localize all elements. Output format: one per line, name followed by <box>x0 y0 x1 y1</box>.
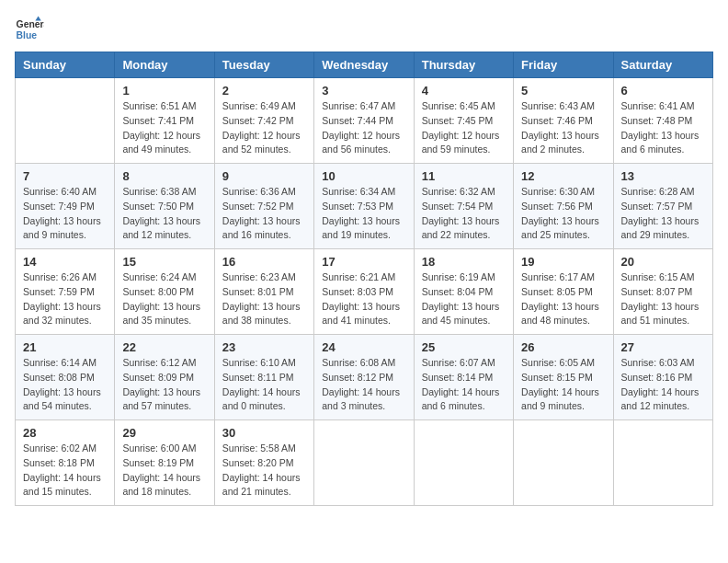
calendar-cell: 24 Sunrise: 6:08 AMSunset: 8:12 PMDaylig… <box>314 335 414 420</box>
day-number: 26 <box>521 340 605 354</box>
day-number: 4 <box>422 84 506 98</box>
day-number: 5 <box>521 84 605 98</box>
calendar-cell <box>16 78 115 164</box>
calendar-cell: 28 Sunrise: 6:02 AMSunset: 8:18 PMDaylig… <box>16 420 115 506</box>
day-number: 12 <box>521 169 605 183</box>
calendar-cell: 13 Sunrise: 6:28 AMSunset: 7:57 PMDaylig… <box>613 164 712 249</box>
calendar-cell <box>613 420 712 506</box>
calendar-cell: 14 Sunrise: 6:26 AMSunset: 7:59 PMDaylig… <box>16 249 115 335</box>
day-detail: Sunrise: 6:49 AMSunset: 7:42 PMDaylight:… <box>222 99 306 157</box>
day-header-monday: Monday <box>115 52 214 78</box>
calendar-cell: 6 Sunrise: 6:41 AMSunset: 7:48 PMDayligh… <box>613 78 712 164</box>
calendar-week-row: 7 Sunrise: 6:40 AMSunset: 7:49 PMDayligh… <box>16 164 713 249</box>
calendar-week-row: 28 Sunrise: 6:02 AMSunset: 8:18 PMDaylig… <box>16 420 713 506</box>
day-detail: Sunrise: 6:26 AMSunset: 7:59 PMDaylight:… <box>23 270 107 328</box>
day-detail: Sunrise: 6:23 AMSunset: 8:01 PMDaylight:… <box>222 270 306 328</box>
day-detail: Sunrise: 6:38 AMSunset: 7:50 PMDaylight:… <box>122 185 206 243</box>
day-number: 23 <box>222 340 306 354</box>
day-header-saturday: Saturday <box>613 52 712 78</box>
day-number: 13 <box>621 169 705 183</box>
calendar-cell: 18 Sunrise: 6:19 AMSunset: 8:04 PMDaylig… <box>414 249 513 335</box>
calendar-week-row: 1 Sunrise: 6:51 AMSunset: 7:41 PMDayligh… <box>16 78 713 164</box>
calendar-cell: 4 Sunrise: 6:45 AMSunset: 7:45 PMDayligh… <box>414 78 513 164</box>
day-number: 1 <box>122 84 206 98</box>
svg-text:Blue: Blue <box>17 30 38 40</box>
calendar-table: SundayMondayTuesdayWednesdayThursdayFrid… <box>15 52 713 506</box>
calendar-cell: 9 Sunrise: 6:36 AMSunset: 7:52 PMDayligh… <box>214 164 313 249</box>
day-number: 20 <box>621 255 705 269</box>
day-number: 22 <box>122 340 206 354</box>
day-detail: Sunrise: 6:51 AMSunset: 7:41 PMDaylight:… <box>122 99 206 157</box>
day-number: 8 <box>122 169 206 183</box>
day-number: 29 <box>122 426 206 440</box>
day-header-sunday: Sunday <box>16 52 115 78</box>
day-detail: Sunrise: 6:17 AMSunset: 8:05 PMDaylight:… <box>521 270 605 328</box>
day-detail: Sunrise: 6:30 AMSunset: 7:56 PMDaylight:… <box>521 185 605 243</box>
calendar-cell: 16 Sunrise: 6:23 AMSunset: 8:01 PMDaylig… <box>214 249 313 335</box>
calendar-cell: 8 Sunrise: 6:38 AMSunset: 7:50 PMDayligh… <box>115 164 214 249</box>
calendar-cell: 19 Sunrise: 6:17 AMSunset: 8:05 PMDaylig… <box>514 249 613 335</box>
day-detail: Sunrise: 6:28 AMSunset: 7:57 PMDaylight:… <box>621 185 705 243</box>
day-number: 15 <box>122 255 206 269</box>
day-number: 30 <box>222 426 306 440</box>
day-detail: Sunrise: 6:14 AMSunset: 8:08 PMDaylight:… <box>23 356 107 414</box>
calendar-header-row: SundayMondayTuesdayWednesdayThursdayFrid… <box>16 52 713 78</box>
day-number: 14 <box>23 255 107 269</box>
day-number: 21 <box>23 340 107 354</box>
day-detail: Sunrise: 6:02 AMSunset: 8:18 PMDaylight:… <box>23 442 107 500</box>
day-number: 16 <box>222 255 306 269</box>
day-number: 28 <box>23 426 107 440</box>
day-number: 17 <box>322 255 405 269</box>
day-header-friday: Friday <box>514 52 613 78</box>
day-detail: Sunrise: 6:41 AMSunset: 7:48 PMDaylight:… <box>621 99 705 157</box>
calendar-cell: 5 Sunrise: 6:43 AMSunset: 7:46 PMDayligh… <box>514 78 613 164</box>
day-detail: Sunrise: 6:03 AMSunset: 8:16 PMDaylight:… <box>621 356 705 414</box>
day-detail: Sunrise: 6:34 AMSunset: 7:53 PMDaylight:… <box>322 185 405 243</box>
day-detail: Sunrise: 6:15 AMSunset: 8:07 PMDaylight:… <box>621 270 705 328</box>
calendar-cell: 11 Sunrise: 6:32 AMSunset: 7:54 PMDaylig… <box>414 164 513 249</box>
calendar-cell: 2 Sunrise: 6:49 AMSunset: 7:42 PMDayligh… <box>214 78 313 164</box>
calendar-cell <box>414 420 513 506</box>
day-detail: Sunrise: 6:32 AMSunset: 7:54 PMDaylight:… <box>422 185 506 243</box>
calendar-cell: 22 Sunrise: 6:12 AMSunset: 8:09 PMDaylig… <box>115 335 214 420</box>
svg-text:General: General <box>17 19 44 29</box>
day-detail: Sunrise: 5:58 AMSunset: 8:20 PMDaylight:… <box>222 442 306 500</box>
day-header-tuesday: Tuesday <box>214 52 313 78</box>
logo: General Blue <box>15 15 48 44</box>
logo-icon: General Blue <box>15 15 44 44</box>
day-detail: Sunrise: 6:05 AMSunset: 8:15 PMDaylight:… <box>521 356 605 414</box>
day-detail: Sunrise: 6:21 AMSunset: 8:03 PMDaylight:… <box>322 270 405 328</box>
calendar-week-row: 21 Sunrise: 6:14 AMSunset: 8:08 PMDaylig… <box>16 335 713 420</box>
calendar-cell: 10 Sunrise: 6:34 AMSunset: 7:53 PMDaylig… <box>314 164 414 249</box>
day-number: 11 <box>422 169 506 183</box>
day-number: 3 <box>322 84 405 98</box>
calendar-cell: 1 Sunrise: 6:51 AMSunset: 7:41 PMDayligh… <box>115 78 214 164</box>
day-detail: Sunrise: 6:08 AMSunset: 8:12 PMDaylight:… <box>322 356 405 414</box>
day-detail: Sunrise: 6:12 AMSunset: 8:09 PMDaylight:… <box>122 356 206 414</box>
calendar-week-row: 14 Sunrise: 6:26 AMSunset: 7:59 PMDaylig… <box>16 249 713 335</box>
day-detail: Sunrise: 6:07 AMSunset: 8:14 PMDaylight:… <box>422 356 506 414</box>
day-detail: Sunrise: 6:36 AMSunset: 7:52 PMDaylight:… <box>222 185 306 243</box>
calendar-cell <box>514 420 613 506</box>
calendar-cell <box>314 420 414 506</box>
day-header-thursday: Thursday <box>414 52 513 78</box>
day-detail: Sunrise: 6:43 AMSunset: 7:46 PMDaylight:… <box>521 99 605 157</box>
day-number: 7 <box>23 169 107 183</box>
calendar-cell: 12 Sunrise: 6:30 AMSunset: 7:56 PMDaylig… <box>514 164 613 249</box>
day-detail: Sunrise: 6:40 AMSunset: 7:49 PMDaylight:… <box>23 185 107 243</box>
day-detail: Sunrise: 6:24 AMSunset: 8:00 PMDaylight:… <box>122 270 206 328</box>
calendar-cell: 23 Sunrise: 6:10 AMSunset: 8:11 PMDaylig… <box>214 335 313 420</box>
day-number: 10 <box>322 169 405 183</box>
calendar-cell: 3 Sunrise: 6:47 AMSunset: 7:44 PMDayligh… <box>314 78 414 164</box>
calendar-cell: 29 Sunrise: 6:00 AMSunset: 8:19 PMDaylig… <box>115 420 214 506</box>
calendar-cell: 7 Sunrise: 6:40 AMSunset: 7:49 PMDayligh… <box>16 164 115 249</box>
day-number: 6 <box>621 84 705 98</box>
day-number: 2 <box>222 84 306 98</box>
day-detail: Sunrise: 6:00 AMSunset: 8:19 PMDaylight:… <box>122 442 206 500</box>
page-header: General Blue <box>15 15 713 44</box>
day-number: 19 <box>521 255 605 269</box>
calendar-cell: 17 Sunrise: 6:21 AMSunset: 8:03 PMDaylig… <box>314 249 414 335</box>
calendar-cell: 15 Sunrise: 6:24 AMSunset: 8:00 PMDaylig… <box>115 249 214 335</box>
day-number: 27 <box>621 340 705 354</box>
calendar-cell: 26 Sunrise: 6:05 AMSunset: 8:15 PMDaylig… <box>514 335 613 420</box>
